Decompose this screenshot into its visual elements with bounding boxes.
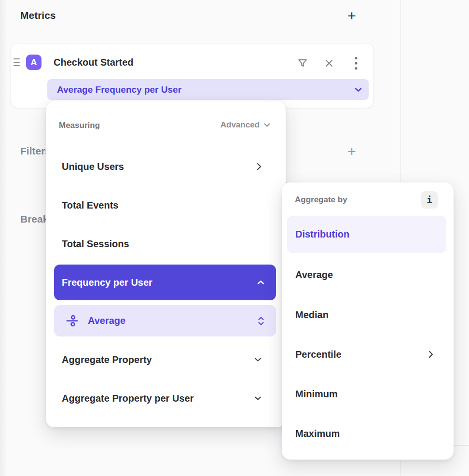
metrics-builder-screen: Metrics + Filters + Breakdowns A Checkou… bbox=[0, 0, 469, 476]
menu-item-label: Percentile bbox=[295, 349, 342, 360]
metrics-section-title: Metrics bbox=[20, 10, 56, 21]
menu-item-median[interactable]: Median bbox=[295, 308, 433, 322]
menu-item-label: Total Sessions bbox=[62, 238, 129, 250]
menu-item-average[interactable]: Average bbox=[295, 267, 433, 282]
menu-item-label: Frequency per User bbox=[62, 277, 152, 288]
menu-item-total-events[interactable]: Total Events bbox=[62, 198, 262, 212]
menu-item-label: Median bbox=[295, 309, 329, 321]
menu-item-label: Minimum bbox=[295, 389, 338, 400]
event-name[interactable]: Checkout Started bbox=[54, 55, 134, 70]
menu-item-label: Distribution bbox=[295, 229, 349, 240]
menu-item-distribution[interactable]: Distribution bbox=[287, 216, 446, 253]
filter-icon[interactable] bbox=[296, 56, 309, 70]
measuring-menu: Measuring Advanced Unique Users Total Ev… bbox=[46, 101, 286, 427]
menu-item-label: Aggregate Property bbox=[62, 354, 152, 365]
chevron-down-icon bbox=[254, 396, 262, 401]
left-edge-shadow bbox=[0, 0, 8, 476]
chevron-down-icon bbox=[254, 357, 262, 362]
measuring-label: Measuring bbox=[59, 121, 100, 130]
chart-gridline bbox=[454, 445, 469, 446]
menu-item-label: Average bbox=[295, 269, 333, 280]
measurement-value: Average Frequency per User bbox=[57, 84, 181, 95]
menu-item-maximum[interactable]: Maximum bbox=[295, 426, 433, 441]
chevron-down-icon bbox=[264, 123, 270, 127]
aggregate-by-label: Aggregate by bbox=[295, 195, 347, 205]
menu-item-percentile[interactable]: Percentile bbox=[295, 347, 433, 362]
menu-item-unique-users[interactable]: Unique Users bbox=[62, 159, 262, 174]
menu-item-aggregate-property[interactable]: Aggregate Property bbox=[62, 350, 262, 369]
unfold-icon bbox=[258, 316, 264, 326]
chevron-down-icon bbox=[355, 87, 362, 92]
series-badge: A bbox=[26, 55, 41, 70]
menu-item-label: Maximum bbox=[295, 428, 340, 439]
chevron-right-icon bbox=[257, 163, 262, 170]
advanced-mode-label: Advanced bbox=[221, 120, 260, 130]
menu-item-minimum[interactable]: Minimum bbox=[295, 387, 433, 401]
chevron-right-icon bbox=[428, 350, 433, 358]
aggregate-by-menu: Aggregate by i Distribution Average Medi… bbox=[282, 182, 454, 460]
menu-item-frequency-per-user[interactable]: Frequency per User bbox=[54, 265, 276, 300]
measurement-dropdown[interactable]: Average Frequency per User bbox=[47, 79, 369, 100]
chevron-up-icon bbox=[257, 280, 264, 285]
more-options-icon[interactable] bbox=[349, 56, 363, 70]
menu-item-label: Unique Users bbox=[62, 161, 124, 172]
info-icon[interactable]: i bbox=[421, 191, 438, 209]
metric-card: A Checkout Started Average Frequency per… bbox=[11, 43, 374, 108]
remove-metric-icon[interactable] bbox=[322, 56, 336, 70]
menu-item-label: Total Events bbox=[62, 200, 118, 211]
drag-handle-icon[interactable] bbox=[14, 58, 20, 66]
add-filter-button[interactable]: + bbox=[345, 144, 359, 159]
advanced-mode-select[interactable]: Advanced bbox=[221, 120, 270, 130]
menu-item-average-aggregation[interactable]: Average bbox=[54, 305, 276, 336]
menu-item-aggregate-property-per-user[interactable]: Aggregate Property per User bbox=[62, 389, 262, 408]
average-icon bbox=[66, 314, 79, 327]
menu-item-label: Aggregate Property per User bbox=[62, 393, 193, 404]
menu-item-total-sessions[interactable]: Total Sessions bbox=[62, 237, 262, 251]
menu-item-label: Average bbox=[88, 315, 125, 326]
add-metric-button[interactable]: + bbox=[345, 9, 359, 23]
